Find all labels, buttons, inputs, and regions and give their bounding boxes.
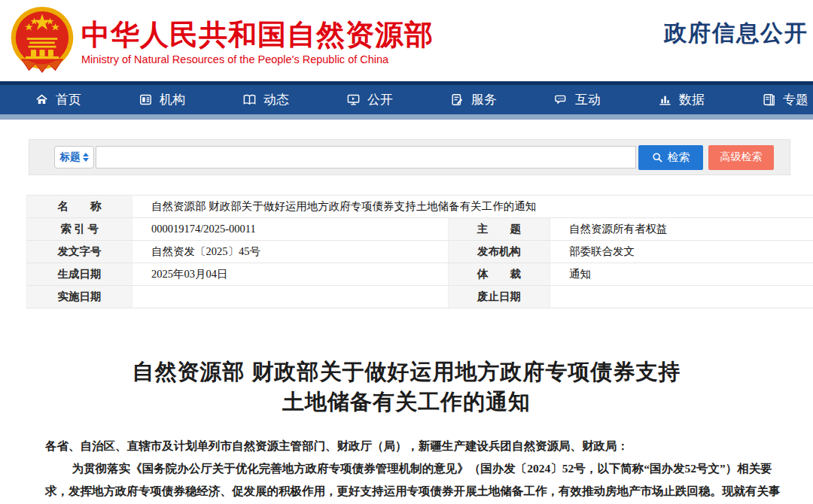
search-button[interactable]: 检索 xyxy=(638,145,703,170)
service-icon xyxy=(450,93,464,107)
nav-item-label: 首页 xyxy=(56,91,81,108)
nav-item-news[interactable]: 动态 xyxy=(214,91,318,108)
main-nav: 首页 机构 动态 公开 服务 xyxy=(0,81,813,120)
nav-bottom-strip xyxy=(0,114,813,120)
news-icon xyxy=(242,93,257,107)
nav-item-label: 动态 xyxy=(263,91,289,108)
nav-item-label: 机构 xyxy=(160,91,185,108)
document-salutation: 各省、自治区、直辖市及计划单列市自然资源主管部门、财政厅（局），新疆生产建设兵团… xyxy=(45,435,790,457)
nav-item-label: 数据 xyxy=(679,91,705,108)
page-section-title: 政府信息公开 xyxy=(664,18,808,49)
table-row: 索 引 号 000019174/2025-00011 主 题 自然资源所有者权益 xyxy=(27,218,813,241)
disclosure-icon xyxy=(346,93,361,107)
nav-item-organization[interactable]: 机构 xyxy=(110,91,214,108)
table-row: 实施日期 废止日期 xyxy=(27,286,813,308)
brand-text: 中华人民共和国自然资源部 Ministry of Natural Resourc… xyxy=(81,14,434,65)
search-field-label: 标题 xyxy=(60,150,81,164)
meta-value-created-date: 2025年03月04日 xyxy=(132,263,449,286)
meta-label-subject: 主 题 xyxy=(449,218,550,241)
topics-icon xyxy=(762,93,776,107)
search-input[interactable] xyxy=(96,146,636,169)
meta-value-effective-date xyxy=(132,286,449,308)
meta-value-genre: 通知 xyxy=(550,263,813,286)
document-title-line2: 土地储备有关工作的通知 xyxy=(0,387,813,417)
organization-icon xyxy=(139,93,153,107)
search-bar: 标题 检索 高级检索 xyxy=(29,139,790,175)
nav-item-data[interactable]: 数据 xyxy=(629,91,733,108)
nav-item-service[interactable]: 服务 xyxy=(422,91,525,108)
nav-item-topics[interactable]: 专题 xyxy=(733,91,813,108)
interaction-icon xyxy=(554,93,568,107)
nav-item-label: 公开 xyxy=(367,91,393,108)
search-button-label: 检索 xyxy=(668,150,690,165)
meta-label-created-date: 生成日期 xyxy=(27,263,132,286)
meta-label-doc-no: 发文字号 xyxy=(27,241,132,263)
meta-label-index-no: 索 引 号 xyxy=(27,218,132,241)
meta-label-issuer: 发布机构 xyxy=(449,241,550,263)
search-icon xyxy=(652,152,663,163)
meta-label-repeal-date: 废止日期 xyxy=(449,286,550,308)
document-text: 各省、自治区、直辖市及计划单列市自然资源主管部门、财政厅（局），新疆生产建设兵团… xyxy=(45,435,790,504)
nav-item-label: 服务 xyxy=(471,91,497,108)
meta-value-repeal-date xyxy=(550,286,813,308)
search-section: 标题 检索 高级检索 xyxy=(29,139,790,175)
meta-value-name: 自然资源部 财政部关于做好运用地方政府专项债券支持土地储备有关工作的通知 xyxy=(132,196,813,218)
document-body-section: 自然资源部 财政部关于做好运用地方政府专项债券支持 土地储备有关工作的通知 各省… xyxy=(0,357,813,504)
nav-bar: 首页 机构 动态 公开 服务 xyxy=(0,85,813,114)
home-icon xyxy=(35,93,49,107)
site-header: 中华人民共和国自然资源部 Ministry of Natural Resourc… xyxy=(0,0,813,81)
meta-value-doc-no: 自然资发〔2025〕45号 xyxy=(132,241,449,263)
table-row: 发文字号 自然资发〔2025〕45号 发布机构 部委联合发文 xyxy=(27,241,813,263)
meta-value-index-no: 000019174/2025-00011 xyxy=(132,218,449,241)
advanced-search-button[interactable]: 高级检索 xyxy=(708,145,774,170)
table-row: 名 称 自然资源部 财政部关于做好运用地方政府专项债券支持土地储备有关工作的通知 xyxy=(27,196,813,218)
spinner-arrows-icon xyxy=(83,153,89,162)
meta-label-genre: 体 裁 xyxy=(449,263,550,286)
document-title: 自然资源部 财政部关于做好运用地方政府专项债券支持 土地储备有关工作的通知 xyxy=(0,357,813,417)
document-meta-table: 名 称 自然资源部 财政部关于做好运用地方政府专项债券支持土地储备有关工作的通知… xyxy=(26,195,813,308)
nav-item-label: 互动 xyxy=(575,91,601,108)
nav-item-disclosure[interactable]: 公开 xyxy=(318,91,422,108)
site-subtitle-en: Ministry of Natural Resources of the Peo… xyxy=(81,53,434,65)
nav-item-interaction[interactable]: 互动 xyxy=(525,91,629,108)
document-title-line1: 自然资源部 财政部关于做好运用地方政府专项债券支持 xyxy=(0,357,813,387)
nav-item-home[interactable]: 首页 xyxy=(6,91,110,108)
site-title: 中华人民共和国自然资源部 xyxy=(81,18,434,51)
meta-value-issuer: 部委联合发文 xyxy=(550,241,813,263)
meta-value-subject: 自然资源所有者权益 xyxy=(550,218,813,241)
document-meta-section: 名 称 自然资源部 财政部关于做好运用地方政府专项债券支持土地储备有关工作的通知… xyxy=(26,195,813,308)
national-emblem-icon xyxy=(9,5,75,74)
brand-logo[interactable]: 中华人民共和国自然资源部 Ministry of Natural Resourc… xyxy=(9,5,434,74)
meta-label-effective-date: 实施日期 xyxy=(27,286,132,308)
data-icon xyxy=(658,93,672,107)
meta-label-name: 名 称 xyxy=(27,196,132,218)
nav-item-label: 专题 xyxy=(783,91,808,108)
table-row: 生成日期 2025年03月04日 体 裁 通知 xyxy=(27,263,813,286)
document-paragraph: 为贯彻落实《国务院办公厅关于优化完善地方政府专项债券管理机制的意见》（国办发〔2… xyxy=(45,457,790,504)
search-field-select[interactable]: 标题 xyxy=(54,146,94,169)
